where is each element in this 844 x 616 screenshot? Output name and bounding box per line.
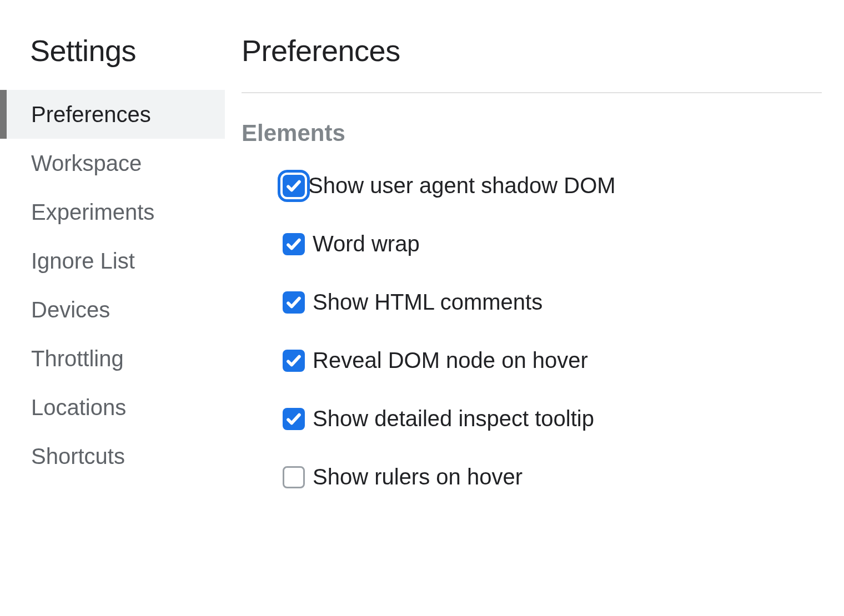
checkbox-icon[interactable] [283, 466, 305, 488]
sidebar-item-preferences[interactable]: Preferences [0, 90, 225, 139]
option-label: Show HTML comments [313, 290, 542, 315]
sidebar-item-workspace[interactable]: Workspace [0, 139, 225, 188]
checkbox-icon[interactable] [283, 408, 305, 430]
option-label: Show user agent shadow DOM [308, 173, 616, 198]
checkbox-icon[interactable] [283, 350, 305, 372]
option-show-html-comments[interactable]: Show HTML comments [283, 290, 822, 315]
option-show-rulers-on-hover[interactable]: Show rulers on hover [283, 464, 822, 489]
sidebar-item-label: Experiments [31, 200, 154, 225]
sidebar-title: Settings [0, 33, 225, 90]
checkbox-icon[interactable] [283, 175, 305, 197]
option-reveal-dom-node-on-hover[interactable]: Reveal DOM node on hover [283, 348, 822, 373]
check-icon [285, 236, 302, 253]
sidebar-item-devices[interactable]: Devices [0, 285, 225, 334]
sidebar: Settings Preferences Workspace Experimen… [0, 0, 225, 616]
sidebar-item-label: Preferences [31, 102, 151, 127]
sidebar-item-label: Devices [31, 297, 110, 322]
sidebar-item-shortcuts[interactable]: Shortcuts [0, 432, 225, 481]
option-word-wrap[interactable]: Word wrap [283, 231, 822, 256]
sidebar-item-label: Ignore List [31, 249, 135, 274]
sidebar-item-label: Workspace [31, 151, 142, 176]
section-title-elements: Elements [242, 120, 822, 147]
check-icon [285, 352, 302, 369]
option-label: Reveal DOM node on hover [313, 348, 588, 373]
sidebar-item-label: Throttling [31, 346, 124, 371]
sidebar-item-ignore-list[interactable]: Ignore List [0, 236, 225, 285]
option-label: Word wrap [313, 231, 420, 256]
sidebar-item-experiments[interactable]: Experiments [0, 188, 225, 236]
check-icon [285, 294, 302, 311]
sidebar-item-label: Shortcuts [31, 444, 125, 469]
checkbox-icon[interactable] [283, 233, 305, 255]
checkbox-icon[interactable] [283, 291, 305, 314]
check-icon [285, 178, 302, 194]
sidebar-item-locations[interactable]: Locations [0, 383, 225, 432]
settings-app: Settings Preferences Workspace Experimen… [0, 0, 844, 616]
option-label: Show detailed inspect tooltip [313, 406, 594, 431]
main-panel: Preferences Elements Show user agent sha… [225, 0, 844, 616]
option-show-detailed-inspect-tooltip[interactable]: Show detailed inspect tooltip [283, 406, 822, 431]
option-show-user-agent-shadow-dom[interactable]: Show user agent shadow DOM [283, 173, 822, 198]
sidebar-item-label: Locations [31, 395, 126, 420]
page-title: Preferences [242, 33, 822, 93]
check-icon [285, 411, 302, 427]
sidebar-item-throttling[interactable]: Throttling [0, 334, 225, 383]
options-list: Show user agent shadow DOM Word wrap Sho… [242, 173, 822, 489]
option-label: Show rulers on hover [313, 464, 523, 489]
